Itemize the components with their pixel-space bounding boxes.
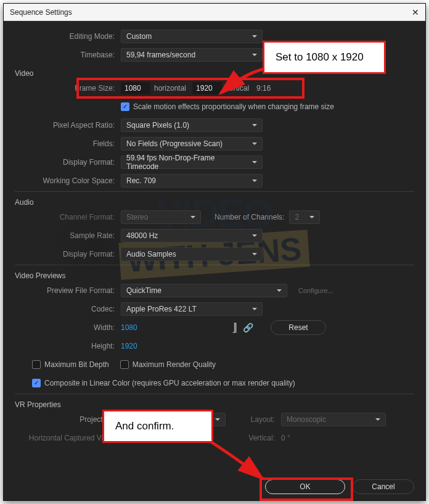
pff-label: Preview File Format: [15, 286, 121, 295]
codec-select[interactable]: Apple ProRes 422 LT [121, 302, 263, 316]
annotation-frame-size-highlight [76, 78, 304, 99]
preview-width-label: Width: [15, 323, 121, 332]
annotation-set-to: Set to 1080 x 1920 [263, 41, 386, 74]
configure-link: Configure... [298, 287, 333, 294]
titlebar: Sequence Settings ✕ [4, 4, 425, 21]
cancel-button[interactable]: Cancel [353, 479, 414, 494]
editing-mode-label: Editing Mode: [15, 32, 121, 41]
reset-button[interactable]: Reset [271, 320, 326, 335]
layout-label: Layout: [226, 415, 281, 424]
vr-section-title: VR Properties [15, 400, 414, 409]
layout-select: Monoscopic [281, 413, 386, 426]
wcs-label: Working Color Space: [15, 176, 121, 185]
max-render-quality-checkbox[interactable]: Maximum Render Quality [120, 360, 216, 369]
par-select[interactable]: Square Pixels (1.0) [121, 118, 263, 132]
wcs-select[interactable]: Rec. 709 [121, 174, 263, 188]
par-label: Pixel Aspect Ratio: [15, 121, 121, 130]
df-video-label: Display Format: [15, 158, 121, 167]
channel-format-label: Channel Format: [15, 213, 121, 221]
divider [15, 265, 414, 265]
max-bit-depth-checkbox[interactable]: Maximum Bit Depth [32, 360, 109, 369]
composite-linear-checkbox[interactable]: Composite in Linear Color (requires GPU … [32, 379, 295, 387]
sample-rate-select[interactable]: 48000 Hz [121, 229, 263, 242]
df-video-select[interactable]: 59.94 fps Non-Drop-Frame Timecode [121, 155, 263, 169]
link-lock-icon[interactable]: 🔗 [243, 323, 253, 333]
annotation-confirm: And confirm. [102, 410, 213, 443]
df-audio-select[interactable]: Audio Samples [121, 247, 263, 261]
close-icon[interactable]: ✕ [412, 7, 419, 17]
num-channels-select: 2 [289, 210, 320, 224]
divider [15, 191, 414, 192]
preview-width-value[interactable]: 1080 [121, 323, 158, 332]
arrow-icon [213, 67, 269, 104]
window-title: Sequence Settings [10, 8, 72, 17]
editing-mode-select[interactable]: Custom [121, 30, 263, 43]
divider [15, 394, 414, 394]
df-audio-label: Display Format: [15, 250, 121, 258]
fields-label: Fields: [15, 139, 121, 148]
preview-height-value[interactable]: 1920 [121, 342, 137, 350]
fields-select[interactable]: No Fields (Progressive Scan) [121, 137, 263, 151]
sample-rate-label: Sample Rate: [15, 231, 121, 240]
vr-vertical-value: 0 ° [281, 434, 290, 442]
codec-label: Codec: [15, 305, 121, 313]
pff-select[interactable]: QuickTime [121, 284, 287, 297]
audio-section-title: Audio [15, 198, 414, 207]
timebase-label: Timebase: [15, 51, 121, 59]
timebase-select[interactable]: 59,94 frames/second [121, 48, 263, 62]
channel-format-select: Stereo [121, 210, 201, 224]
link-icon[interactable]: ⌋⌉ [232, 321, 234, 334]
preview-height-label: Height: [15, 342, 121, 350]
num-channels-label: Number of Channels: [214, 213, 284, 221]
previews-section-title: Video Previews [15, 271, 414, 280]
sequence-settings-dialog: Sequence Settings ✕ VIDEO WITH JENS Edit… [3, 3, 426, 501]
